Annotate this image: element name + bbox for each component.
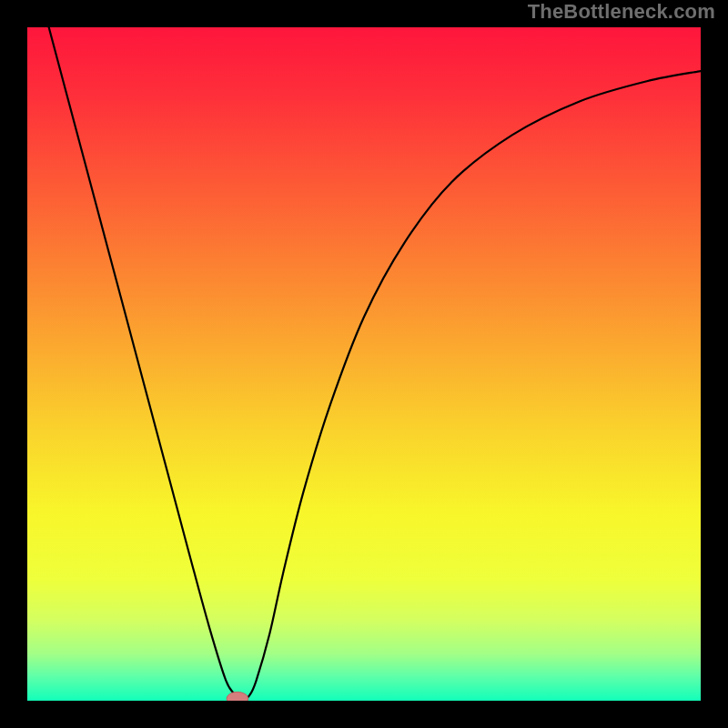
bottleneck-curve-chart: [27, 27, 701, 701]
chart-area: [27, 27, 701, 701]
gradient-background: [27, 27, 701, 701]
watermark-text: TheBottleneck.com: [528, 0, 715, 24]
